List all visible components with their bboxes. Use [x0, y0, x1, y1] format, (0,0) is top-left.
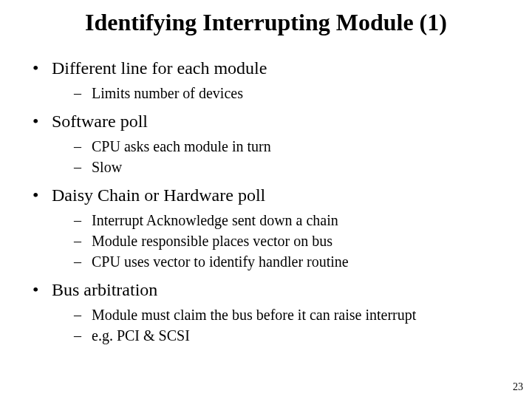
sub-list: Limits number of devices — [52, 83, 532, 103]
sub-text: CPU uses vector to identify handler rout… — [92, 253, 349, 270]
sub-item: Limits number of devices — [74, 83, 532, 103]
bullet-list: Different line for each module Limits nu… — [30, 57, 532, 345]
sub-text: CPU asks each module in turn — [92, 138, 271, 154]
slide-title: Identifying Interrupting Module (1) — [15, 9, 517, 36]
sub-item: e.g. PCI & SCSI — [74, 326, 532, 345]
bullet-text: Different line for each module — [52, 58, 267, 78]
bullet-item: Bus arbitration Module must claim the bu… — [30, 279, 532, 345]
sub-text: Slow — [92, 159, 122, 175]
sub-list: Module must claim the bus before it can … — [52, 305, 532, 345]
bullet-text: Bus arbitration — [52, 280, 157, 299]
bullet-text: Software poll — [52, 112, 148, 131]
bullet-item: Daisy Chain or Hardware poll Interrupt A… — [30, 184, 532, 271]
sub-item: CPU uses vector to identify handler rout… — [74, 252, 532, 271]
sub-text: Interrupt Acknowledge sent down a chain — [92, 212, 338, 228]
sub-item: Slow — [74, 157, 532, 177]
sub-text: e.g. PCI & SCSI — [92, 327, 190, 344]
sub-text: Module responsible places vector on bus — [92, 233, 332, 249]
sub-item: Module responsible places vector on bus — [74, 231, 532, 250]
bullet-text: Daisy Chain or Hardware poll — [52, 185, 265, 205]
slide: Identifying Interrupting Module (1) Diff… — [0, 0, 532, 399]
sub-text: Limits number of devices — [92, 85, 243, 101]
sub-item: Interrupt Acknowledge sent down a chain — [74, 211, 532, 230]
sub-item: CPU asks each module in turn — [74, 137, 532, 156]
page-number: 23 — [513, 381, 523, 393]
sub-item: Module must claim the bus before it can … — [74, 305, 532, 324]
sub-list: CPU asks each module in turn Slow — [52, 137, 532, 177]
sub-text: Module must claim the bus before it can … — [92, 307, 416, 323]
sub-list: Interrupt Acknowledge sent down a chain … — [52, 211, 532, 271]
bullet-item: Software poll CPU asks each module in tu… — [30, 110, 532, 177]
bullet-item: Different line for each module Limits nu… — [30, 57, 532, 103]
